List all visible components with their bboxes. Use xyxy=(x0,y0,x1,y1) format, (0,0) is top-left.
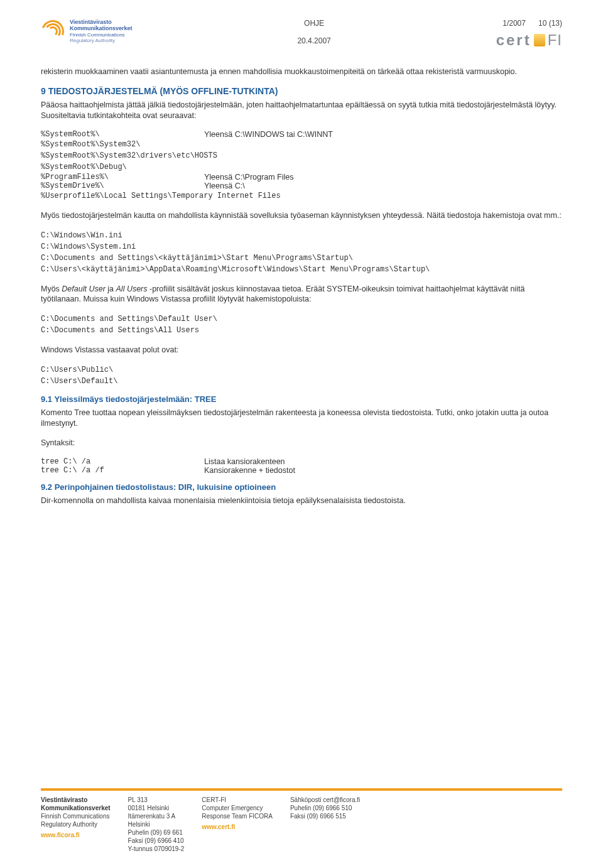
cert-bar-icon xyxy=(534,34,545,46)
intro-paragraph: rekisterin muokkaaminen vaatii asiantunt… xyxy=(41,67,562,77)
section-9-1-text: Komento Tree tuottaa nopean yleissilmäyk… xyxy=(41,408,562,429)
env-row: %SystemRoot%\ xyxy=(41,130,204,139)
header-right: 1/2007 10 (13) cert FI xyxy=(496,19,562,49)
org-name: ViestintävirastoKommunikationsverket Fin… xyxy=(70,19,133,43)
env-var-list: %SystemRoot%\Yleensä C:\WINDOWS tai C:\W… xyxy=(41,130,562,202)
page-header: ViestintävirastoKommunikationsverket Fin… xyxy=(41,19,562,49)
page-footer: Viestintävirasto Kommunikationsverket Fi… xyxy=(41,788,562,853)
section-9-heading: 9 TIEDOSTOJÄRJESTELMÄ (MYÖS OFFLINE-TUTK… xyxy=(41,86,562,96)
env-row-val: Yleensä C:\ xyxy=(204,182,245,190)
org-sv: Kommunikationsverket xyxy=(70,25,133,31)
footer-col-4: Sähköposti cert@ficora.fi Puhelin (09) 6… xyxy=(290,796,360,853)
org-logo-block: ViestintävirastoKommunikationsverket Fin… xyxy=(41,19,133,43)
paths-list: C:\Windows\Win.ini C:\Windows\System.ini… xyxy=(41,230,562,275)
paths3-list: C:\Users\Public\ C:\Users\Default\ xyxy=(41,364,562,387)
document-body: rekisterin muokkaaminen vaatii asiantunt… xyxy=(41,67,562,506)
syntax-cmd: tree C:\ /a xyxy=(41,457,204,466)
env-row: %SystemRoot%\Debug\ xyxy=(41,161,562,173)
env-row-val: Yleensä C:\WINDOWS tai C:\WINNT xyxy=(204,130,333,139)
ficora-logo: ViestintävirastoKommunikationsverket Fin… xyxy=(41,19,133,43)
cert-fi-logo: cert FI xyxy=(496,31,562,49)
cert-fi-text: FI xyxy=(548,31,562,49)
env-row: %Userprofile%\Local Settings\Temporary I… xyxy=(41,190,562,202)
syntax-cmd: tree C:\ /a /f xyxy=(41,466,204,475)
cert-text: cert xyxy=(496,31,531,49)
paragraph-3: Myös tiedostojärjestelmän kautta on mahd… xyxy=(41,210,562,221)
doc-label: OHJE xyxy=(133,19,496,28)
env-row-val: Yleensä C:\Program Files xyxy=(204,173,293,182)
syntax-desc: Listaa kansiorakenteen xyxy=(204,457,285,466)
footer-col-2: PL 313 00181 Helsinki Itämerenkatu 3 A H… xyxy=(128,796,185,853)
doc-date: 20.4.2007 xyxy=(133,36,496,45)
syntax-label: Syntaksit: xyxy=(41,438,562,448)
syntax-desc: Kansiorakenne + tiedostot xyxy=(204,466,295,475)
footer-col-3: CERT-FI Computer Emergency Response Team… xyxy=(202,796,273,853)
default-user-italic: Default User xyxy=(62,285,105,293)
syntax-list: tree C:\ /aListaa kansiorakenteen tree C… xyxy=(41,457,562,475)
env-row: %ProgramFiles%\ xyxy=(41,173,204,182)
footer-link-cert[interactable]: www.cert.fi xyxy=(202,823,273,831)
footer-col-1: Viestintävirasto Kommunikationsverket Fi… xyxy=(41,796,111,853)
issue: 1/2007 xyxy=(503,19,526,28)
section-9-1-heading: 9.1 Yleissilmäys tiedostojärjestelmään: … xyxy=(41,394,562,404)
all-users-italic: All Users xyxy=(116,285,148,293)
section-9-2-text: Dir-komennolla on mahdollista kaivaa mon… xyxy=(41,496,562,506)
section-9-intro: Pääosa haittaohjelmista jättää jälkiä ti… xyxy=(41,100,562,121)
env-row: %SystemRoot%\System32\ xyxy=(41,139,562,150)
org-enA: Finnish Communications xyxy=(70,32,133,38)
env-row: %SystemDrive%\ xyxy=(41,182,204,190)
header-middle: OHJE 20.4.2007 xyxy=(133,19,496,45)
paths2-list: C:\Documents and Settings\Default User\ … xyxy=(41,313,562,336)
env-row: %SystemRoot%\System32\drivers\etc\HOSTS xyxy=(41,150,562,161)
footer-link-ficora[interactable]: www.ficora.fi xyxy=(41,831,111,839)
org-fi: Viestintävirasto xyxy=(70,19,112,25)
page-num: 10 (13) xyxy=(538,19,562,28)
paragraph-5: Windows Vistassa vastaavat polut ovat: xyxy=(41,345,562,355)
paragraph-4: Myös Default User ja All Users -profiili… xyxy=(41,284,562,305)
org-enB: Regulatory Authority xyxy=(70,38,133,43)
section-9-2-heading: 9.2 Perinpohjainen tiedostolistaus: DIR,… xyxy=(41,482,562,492)
swirl-icon xyxy=(41,19,65,43)
